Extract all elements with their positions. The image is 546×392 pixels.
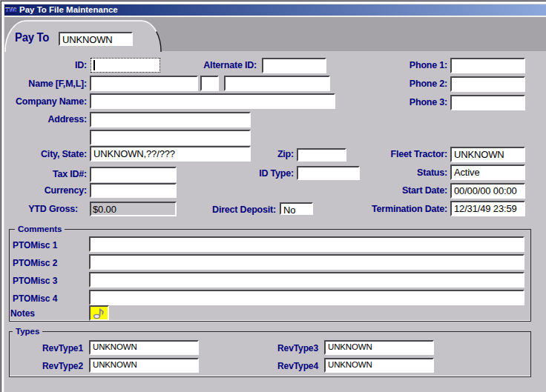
svg-text:TWS: TWS [5, 7, 16, 14]
